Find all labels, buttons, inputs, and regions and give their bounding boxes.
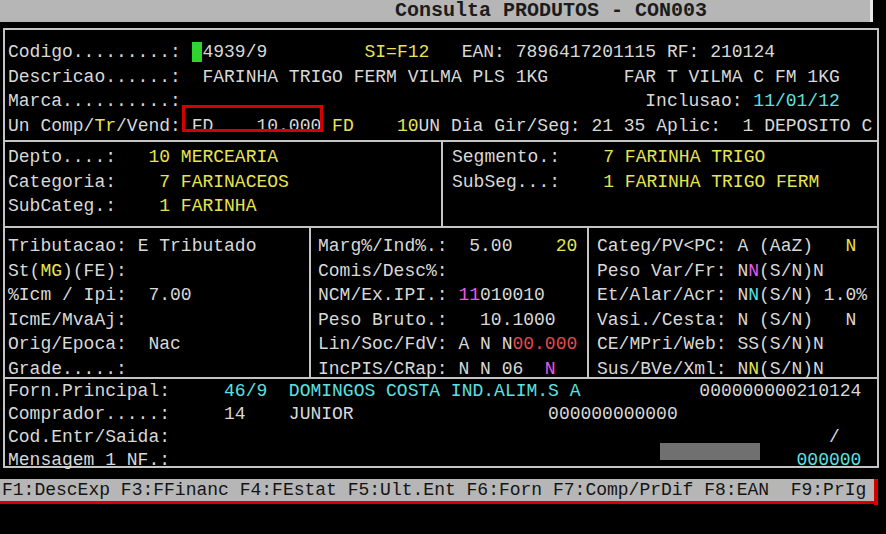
tax-column-divider-2 (587, 228, 589, 377)
mensagem-nf-label: Mensagem 1 NF.: (8, 450, 170, 470)
aplic-label: Aplic: (645, 116, 742, 136)
comprador-label: Comprador.....: (8, 404, 181, 424)
rf-label: RF: (656, 42, 710, 62)
terminal-line: Peso Bruto.: 10.1000 (318, 308, 577, 333)
text-cursor[interactable] (192, 42, 203, 62)
et-alar-n2: N (748, 285, 759, 305)
subseg-label: SubSeg...: (452, 172, 571, 192)
tax-section: Tributacao: E TributadoSt(MG)(FE):%Icm /… (8, 234, 256, 381)
vasi-cesta-label: Vasi./Cesta: (597, 310, 737, 330)
categoria-value: 7 FARINACEOS (127, 172, 289, 192)
peso-var-n1: N (737, 261, 748, 281)
terminal-line: SubSeg...: 1 FARINHA TRIGO FERM (452, 170, 819, 195)
gap (229, 480, 240, 500)
un-vend-unit: UN (419, 116, 441, 136)
un-comp-label-a: Un Comp/ (8, 116, 94, 136)
vasi-cesta-value: N (S/N) N (737, 310, 856, 330)
terminal-line: NCM/Ex.IPI.: 11010010 (318, 283, 577, 308)
sus-bve-rest: (S/N)N (759, 359, 824, 379)
cod-entr-saida-label: Cod.Entr/Saida: (8, 427, 170, 447)
un-comp-label-b: /Vend: (116, 116, 192, 136)
marca-label: Marca..........: (8, 91, 181, 111)
segmento-label: Segmento.: (452, 147, 571, 167)
ean-value: 7896417201115 (516, 42, 656, 62)
fkey-item[interactable]: F8:EAN (704, 480, 769, 500)
peso-bruto-label: Peso Bruto.: (318, 310, 458, 330)
subcateg-label: SubCateg.: (8, 196, 127, 216)
categ-pv-value: A (AaZ) (737, 236, 845, 256)
cod-entr-saida-slash: / (829, 427, 840, 447)
mensagem-code-value: 000000 (797, 450, 862, 470)
fkey-bar-red-right-mark (874, 479, 878, 505)
terminal-line: Orig/Epoca: Nac (8, 332, 256, 357)
terminal-line: Codigo.........: 4939/9 SI=F12 EAN: 7896… (8, 40, 872, 65)
ncm-rest-value: 010010 (480, 285, 545, 305)
un-vend-qty: 10 (397, 116, 419, 136)
depto-value: 10 MERCEARIA (127, 147, 278, 167)
ce-mpri-web-label: CE/MPri/Web: (597, 334, 737, 354)
terminal-line: CE/MPri/Web: SS(S/N)N (597, 332, 867, 357)
fkey-item[interactable]: F3:FFinanc (121, 480, 229, 500)
gap (456, 480, 467, 500)
fkey-item[interactable]: F7:Comp/PrDif (553, 480, 693, 500)
title-bar-divider (870, 0, 873, 22)
gap (267, 42, 364, 62)
lin-soc-value: A N N (458, 334, 512, 354)
codigo-value[interactable]: 4939/9 (202, 42, 267, 62)
margin-section: Marg%/Ind%.: 5.00 20Comis/Desc%:NCM/Ex.I… (318, 234, 577, 381)
fkey-bar: F1:DescExp F3:FFinanc F4:FEstat F5:Ult.E… (0, 479, 874, 502)
terminal-line: Sus/BVe/Xml: NN(S/N)N (597, 357, 867, 382)
product-header-section: Codigo.........: 4939/9 SI=F12 EAN: 7896… (8, 40, 872, 138)
fkey-item[interactable]: F1:DescExp (2, 480, 110, 500)
sus-bve-n2: N (748, 359, 759, 379)
tributacao-value: E Tributado (138, 236, 257, 256)
comprador-value: 14 JUNIOR (181, 404, 354, 424)
ncm-prefix-value: 11 (458, 285, 480, 305)
terminal-line: Comis/Desc%: (318, 259, 577, 284)
rf-value: 210124 (710, 42, 775, 62)
gap (110, 480, 121, 500)
terminal-line: St(MG)(FE): (8, 259, 256, 284)
mensagem-input-box[interactable] (660, 443, 760, 460)
aplic-value: 1 DEPOSITO C (743, 116, 873, 136)
terminal-line: Categ/PV<PC: A (AaZ) N (597, 234, 867, 259)
st-label-b: )(FE): (62, 261, 127, 281)
categ-pv-flag: N (845, 236, 856, 256)
peso-var-fr-label: Peso Var/Fr: (597, 261, 737, 281)
fkey-item[interactable]: F9:PrIg (791, 480, 867, 500)
subcateg-value: 1 FARINHA (127, 196, 257, 216)
fdv-value: 00.000 (512, 334, 577, 354)
crap-value: N (545, 359, 556, 379)
comis-desc-label: Comis/Desc%: (318, 261, 448, 281)
et-alar-rest: (S/N) 1.0% (759, 285, 867, 305)
window-title: Consulta PRODUTOS - CON003 (395, 0, 707, 22)
fkey-item[interactable]: F5:Ult.Ent (348, 480, 456, 500)
sus-bve-xml-label: Sus/BVe/Xml: (597, 359, 737, 379)
si-shortcut: SI=F12 (364, 42, 429, 62)
forn-principal-value: 46/9 DOMINGOS COSTA IND.ALIM.S A (181, 381, 581, 401)
panel-border-left (3, 28, 5, 468)
terminal-line: Un Comp/Tr/Vend: FD 10.000 FD 10UN Dia G… (8, 114, 872, 139)
ncm-label: NCM/Ex.IPI.: (318, 285, 458, 305)
un-comp-label-tr: Tr (94, 116, 116, 136)
classification-right-section: Segmento.: 7 FARINHA TRIGOSubSeg...: 1 F… (452, 145, 819, 194)
tax-column-divider-1 (309, 228, 311, 377)
incpis-crap-label: IncPIS/CRap: (318, 359, 458, 379)
terminal-line: Segmento.: 7 FARINHA TRIGO (452, 145, 819, 170)
et-alar-n1: N (737, 285, 748, 305)
terminal-line: Marg%/Ind%.: 5.00 20 (318, 234, 577, 259)
peso-var-rest: (S/N)N (759, 261, 824, 281)
terminal-line: IcmE/MvaAj: (8, 308, 256, 333)
icme-mvaaj-label: IcmE/MvaAj: (8, 310, 127, 330)
st-mg-value: MG (40, 261, 62, 281)
classification-left-section: Depto....: 10 MERCEARIACategoria: 7 FARI… (8, 145, 289, 219)
orig-epoca-label: Orig/Epoca: (8, 334, 138, 354)
categoria-label: Categoria: (8, 172, 127, 192)
fkey-item[interactable]: F6:Forn (467, 480, 543, 500)
descricao-short-value: FAR T VILMA C FM 1KG (624, 67, 840, 87)
terminal-line: Tributacao: E Tributado (8, 234, 256, 259)
peso-bruto-value: 10.1000 (458, 310, 555, 330)
terminal-line: Comprador.....: 14 JUNIOR 000000000000 (8, 403, 861, 426)
fkey-item[interactable]: F4:FEstat (240, 480, 337, 500)
terminal-line: %Icm / Ipi: 7.00 (8, 283, 256, 308)
